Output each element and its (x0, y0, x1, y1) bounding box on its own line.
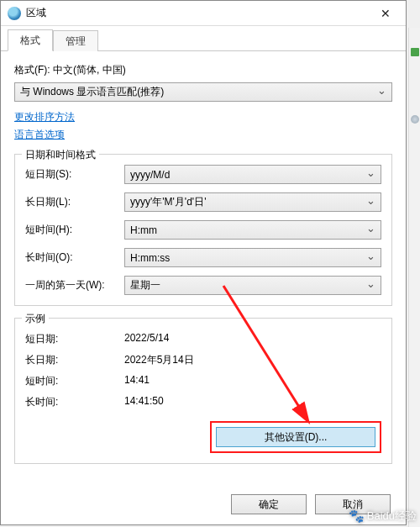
bg-icon-2 (411, 115, 419, 124)
other-settings-button[interactable]: 其他设置(D)... (216, 427, 375, 447)
ex-value-long-date: 2022年5月14日 (124, 353, 381, 367)
example-legend: 示例 (22, 312, 49, 326)
ex-label-long-time: 长时间: (25, 395, 124, 409)
titlebar-title: 区域 (26, 6, 367, 20)
example-group: 示例 短日期: 2022/5/14 长日期: 2022年5月14日 短时间: 1… (14, 318, 392, 464)
background-sidebar (408, 28, 420, 527)
ex-value-long-time: 14:41:50 (124, 395, 381, 409)
label-short-time: 短时间(H): (25, 223, 124, 237)
dropdown-short-date[interactable]: yyyy/M/d (124, 165, 381, 184)
row-long-date: 长日期(L): yyyy'年'M'月'd'日' (25, 192, 381, 212)
dropdown-long-date[interactable]: yyyy'年'M'月'd'日' (124, 192, 381, 212)
row-short-date: 短日期(S): yyyy/M/d (25, 165, 381, 184)
value-short-date: yyyy/M/d (130, 169, 170, 181)
link-sort-method[interactable]: 更改排序方法 (14, 110, 75, 124)
link-lang-prefs[interactable]: 语言首选项 (14, 128, 65, 142)
value-first-day: 星期一 (130, 278, 160, 292)
globe-icon (8, 7, 21, 20)
watermark: 🐾 Baidu经验 (349, 509, 417, 524)
row-first-day: 一周的第一天(W): 星期一 (25, 276, 381, 295)
row-long-time: 长时间(O): H:mm:ss (25, 248, 381, 267)
format-dropdown-value: 与 Windows 显示语言匹配(推荐) (20, 85, 164, 99)
ex-label-short-date: 短日期: (25, 332, 124, 346)
ex-label-short-time: 短时间: (25, 374, 124, 388)
ex-value-short-date: 2022/5/14 (124, 332, 381, 346)
datetime-format-group: 日期和时间格式 短日期(S): yyyy/M/d 长日期(L): yyyy'年'… (14, 154, 392, 306)
tab-strip: 格式 管理 (1, 26, 406, 51)
value-short-time: H:mm (130, 224, 157, 236)
content-area: 格式(F): 中文(简体, 中国) 与 Windows 显示语言匹配(推荐) 更… (1, 51, 406, 472)
dropdown-short-time[interactable]: H:mm (124, 220, 381, 240)
example-grid: 短日期: 2022/5/14 长日期: 2022年5月14日 短时间: 14:4… (25, 332, 381, 409)
paw-icon: 🐾 (349, 509, 364, 524)
dropdown-long-time[interactable]: H:mm:ss (124, 248, 381, 267)
value-long-time: H:mm:ss (130, 252, 170, 264)
watermark-text: Baidu经验 (367, 509, 417, 524)
other-settings-wrap: 其他设置(D)... (25, 421, 381, 453)
tab-admin[interactable]: 管理 (53, 30, 98, 51)
label-long-time: 长时间(O): (25, 250, 124, 265)
titlebar: 区域 ✕ (1, 1, 406, 26)
format-dropdown[interactable]: 与 Windows 显示语言匹配(推荐) (14, 82, 392, 102)
datetime-format-legend: 日期和时间格式 (22, 148, 99, 162)
ex-value-short-time: 14:41 (124, 374, 381, 388)
format-label: 格式(F): 中文(简体, 中国) (14, 63, 392, 77)
ok-button[interactable]: 确定 (231, 494, 307, 514)
label-long-date: 长日期(L): (25, 195, 124, 209)
value-long-date: yyyy'年'M'月'd'日' (130, 195, 206, 209)
close-icon: ✕ (381, 7, 391, 20)
label-short-date: 短日期(S): (25, 167, 124, 182)
label-first-day: 一周的第一天(W): (25, 278, 124, 292)
region-dialog: 区域 ✕ 格式 管理 格式(F): 中文(简体, 中国) 与 Windows 显… (0, 0, 407, 525)
dropdown-first-day[interactable]: 星期一 (124, 276, 381, 295)
close-button[interactable]: ✕ (367, 2, 404, 25)
tab-format[interactable]: 格式 (8, 29, 53, 51)
ex-label-long-date: 长日期: (25, 353, 124, 367)
annotation-highlight: 其他设置(D)... (210, 421, 381, 453)
row-short-time: 短时间(H): H:mm (25, 220, 381, 240)
bg-icon-1 (411, 48, 419, 56)
